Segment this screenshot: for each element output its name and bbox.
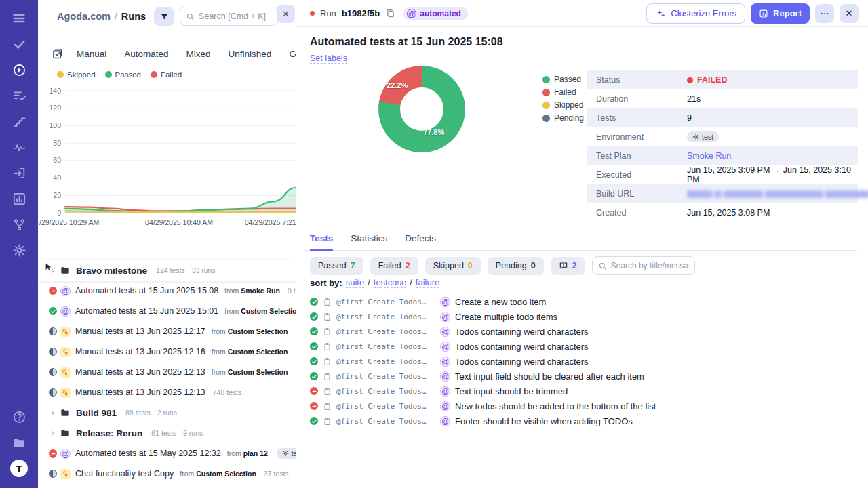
runs-search[interactable] — [180, 7, 278, 26]
test-row[interactable]: @first Create Todos…@New todos should be… — [310, 399, 859, 413]
folder-icon — [60, 265, 71, 276]
sidebar-item-help[interactable] — [6, 404, 32, 430]
detail-row: ExecutedJun 15, 2025 3:09 PM → Jun 15, 2… — [587, 165, 858, 184]
runs-search-input[interactable] — [199, 12, 272, 21]
click-burst-icon — [62, 389, 69, 396]
test-row[interactable]: @first Create Todos…@Text input should b… — [310, 384, 859, 399]
comment-icon — [559, 261, 568, 270]
run-list-item[interactable]: Manual tests at 13 Jun 2025 12:16from Cu… — [38, 342, 296, 362]
test-row[interactable]: @first Create Todos…@Create a new todo i… — [310, 294, 859, 309]
donut-passed-label: 77.8% — [423, 128, 444, 136]
in-progress-status-icon — [49, 348, 57, 356]
sidebar-item-menu[interactable] — [6, 5, 32, 31]
filter-pill-failed[interactable]: Failed2 — [370, 257, 418, 275]
sort-link-failure[interactable]: failure — [416, 277, 439, 288]
run-list-item[interactable]: Manual tests at 13 Jun 2025 12:13from Cu… — [38, 362, 296, 382]
run-list-item[interactable]: Manual tests at 13 Jun 2025 12:17from Cu… — [38, 321, 296, 342]
run-detail-tabs: TestsStatisticsDefects — [304, 233, 857, 251]
automated-test-icon: @ — [440, 342, 450, 352]
runs-tab-mixed[interactable]: Mixed — [186, 49, 211, 59]
sidebar-item-logo[interactable]: T — [6, 455, 32, 481]
test-row[interactable]: @first Create Todos…@Todos containing we… — [310, 339, 859, 354]
sidebar-item-import[interactable] — [6, 160, 32, 186]
copy-run-id-button[interactable] — [385, 8, 395, 18]
runs-type-tabs: ManualAutomatedMixedUnfinishedGroups — [38, 43, 296, 64]
report-button[interactable]: Report — [751, 3, 810, 24]
test-suite-path: @first Create Todos… — [336, 342, 435, 351]
test-plan-link[interactable]: Smoke Run — [687, 151, 731, 161]
sidebar-item-settings[interactable] — [6, 237, 32, 263]
legend-dot-icon — [105, 71, 112, 78]
sidebar-item-integrations[interactable] — [6, 211, 32, 237]
breadcrumb-project[interactable]: Agoda.com — [57, 11, 111, 22]
legend-dot-icon — [542, 89, 550, 96]
run-folder-item[interactable]: Bravo milestone124 tests33 runs — [38, 260, 296, 281]
test-row[interactable]: @first Create Todos…@Create multiple tod… — [310, 309, 859, 324]
clipboard-icon — [323, 387, 332, 396]
automated-test-icon: @ — [440, 297, 450, 307]
sidebar-item-tests[interactable] — [6, 31, 32, 57]
sidebar-item-analytics[interactable] — [6, 134, 32, 160]
automated-run-icon: @ — [60, 449, 71, 459]
sidebar-bottom-group: T — [6, 404, 32, 481]
tab-defects[interactable]: Defects — [405, 233, 436, 250]
runs-tab-groups[interactable]: Groups — [289, 49, 296, 59]
check-small-icon — [311, 329, 317, 335]
tests-search-input[interactable] — [611, 261, 689, 270]
sort-link-suite[interactable]: suite — [346, 277, 364, 288]
clusterize-errors-button[interactable]: Clusterize Errors — [646, 3, 745, 24]
tab-statistics[interactable]: Statistics — [351, 233, 387, 250]
sort-link-testcase[interactable]: testcase — [374, 277, 406, 288]
runs-tab-automated[interactable]: Automated — [124, 49, 168, 59]
chevron-right-icon[interactable] — [49, 409, 56, 417]
more-options-button[interactable]: ⋯ — [815, 4, 834, 23]
automated-badge[interactable]: @ automated — [403, 7, 468, 20]
automated-test-icon: @ — [440, 416, 450, 426]
tests-search[interactable] — [592, 256, 695, 275]
runs-tab-manual[interactable]: Manual — [77, 49, 106, 59]
select-all-icon[interactable] — [52, 48, 63, 60]
sidebar-item-projects[interactable] — [6, 430, 32, 455]
run-list-item[interactable]: @Automated tests at 15 May 2025 12:32fro… — [38, 443, 296, 464]
comments-filter[interactable]: 2 — [551, 257, 585, 275]
gear-icon — [282, 450, 289, 457]
run-folder-item[interactable]: Build 98188 tests2 runs — [38, 403, 296, 423]
runs-panel-close-button[interactable]: ✕ — [277, 5, 295, 23]
run-list-item[interactable]: @Automated tests at 15 Jun 2025 15:08fro… — [38, 281, 296, 301]
sidebar-item-reports[interactable] — [6, 186, 32, 211]
in-progress-status-icon — [49, 368, 57, 376]
test-row[interactable]: @first Create Todos…@Footer should be vi… — [310, 413, 859, 428]
sidebar-item-test-plans[interactable] — [6, 83, 32, 108]
filter-pill-passed[interactable]: Passed7 — [310, 257, 363, 275]
test-row[interactable]: @first Create Todos…@Text input field sh… — [310, 369, 859, 384]
environment-pill[interactable]: test — [687, 131, 719, 142]
close-run-button[interactable]: ✕ — [840, 4, 859, 23]
detail-row: Tests9 — [587, 108, 858, 127]
manual-run-icon — [60, 327, 71, 337]
test-row[interactable]: @first Create Todos…@Todos containing we… — [310, 324, 859, 339]
run-folder-item[interactable]: Release: Rerun61 tests9 runs — [38, 423, 296, 443]
chevron-right-icon[interactable] — [49, 430, 56, 437]
trend-chart-legend: SkippedPassedFailed — [57, 70, 182, 79]
clipboard-icon — [323, 387, 332, 396]
runs-tab-unfinished[interactable]: Unfinished — [229, 49, 272, 59]
sidebar-item-milestones[interactable] — [6, 108, 32, 134]
run-list-item[interactable]: Chat functinality test Copyfrom Custom S… — [38, 464, 296, 484]
run-list-item[interactable]: @Automated tests at 15 Jun 2025 15:01fro… — [38, 301, 296, 321]
tab-tests[interactable]: Tests — [310, 233, 333, 251]
run-id: b1982f5b — [342, 8, 380, 18]
filter-button[interactable] — [154, 7, 174, 26]
set-labels-link[interactable]: Set labels — [310, 54, 347, 64]
sidebar-item-runs[interactable] — [6, 57, 32, 83]
passed-status-icon — [310, 372, 318, 380]
detail-row: CreatedJun 15, 2025 3:08 PM — [587, 203, 858, 222]
report-chart-icon — [759, 9, 768, 18]
test-suite-path: @first Create Todos… — [336, 402, 435, 411]
clipboard-icon — [323, 372, 332, 381]
filter-pill-pending[interactable]: Pending0 — [488, 257, 544, 275]
trend-legend-item: Skipped — [57, 70, 96, 79]
run-list-item[interactable]: Manual tests at 13 Jun 2025 12:13748 tes… — [38, 382, 296, 403]
filter-pill-skipped[interactable]: Skipped0 — [425, 257, 481, 275]
test-row[interactable]: @first Create Todos…@Todos containing we… — [310, 354, 859, 369]
passed-status-icon — [310, 312, 318, 321]
